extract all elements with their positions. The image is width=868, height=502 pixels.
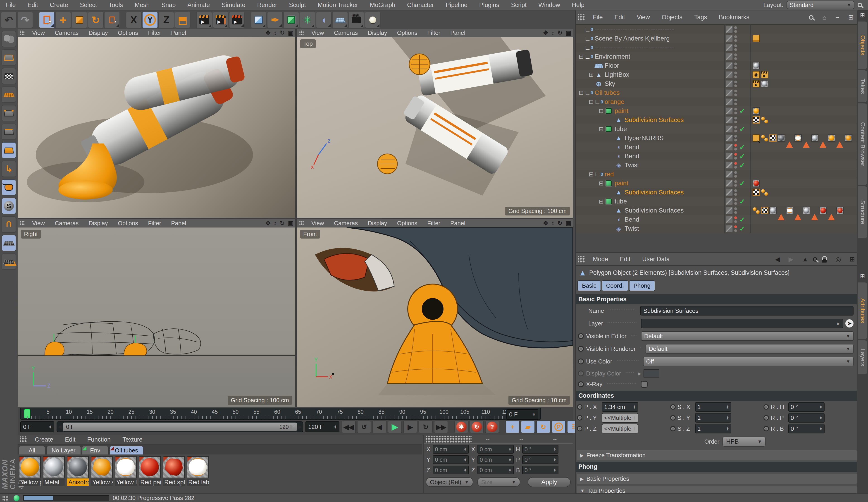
pan-icon[interactable]: ✥ xyxy=(543,220,548,227)
annotation-tag-icon[interactable] xyxy=(753,35,760,42)
name-input[interactable]: Subdivision Surfaces xyxy=(640,306,854,316)
menu-item-mode[interactable]: Mode xyxy=(587,256,614,263)
search-icon[interactable] xyxy=(809,15,814,20)
size-x-field[interactable]: 0 cm▲▼ xyxy=(477,445,514,453)
rot-b-field[interactable]: 0 °▲▼ xyxy=(522,466,558,474)
panel-tab-layers[interactable]: Layers xyxy=(858,340,867,375)
panel-grip-icon[interactable] xyxy=(299,30,304,35)
visibility-dots[interactable] xyxy=(734,53,737,60)
tree-row-sky[interactable]: ⊕Sky✓▶ xyxy=(576,79,857,88)
py-field[interactable]: <<Multiple▲▼ xyxy=(602,413,638,422)
selection-tag-icon[interactable] xyxy=(819,134,827,142)
panel-grip-icon[interactable] xyxy=(426,436,472,443)
menu-item-cameras[interactable]: Cameras xyxy=(50,220,83,227)
menu-item-snap[interactable]: Snap xyxy=(155,2,182,9)
radio-icon[interactable] xyxy=(578,333,584,339)
menu-item-panel[interactable]: Panel xyxy=(166,220,191,227)
uvw-tag-icon[interactable] xyxy=(753,116,760,124)
layer-tab-all[interactable]: All xyxy=(19,446,45,454)
menu-item-plugins[interactable]: Plugins xyxy=(473,2,505,9)
menu-item-display[interactable]: Display xyxy=(83,29,113,37)
render-tag-icon[interactable]: ▶ xyxy=(753,80,760,88)
lock-x-axis-button[interactable]: X xyxy=(126,12,142,28)
zoom-icon[interactable]: ↕ xyxy=(274,29,277,37)
panel-grip-icon[interactable] xyxy=(578,256,585,263)
dock-icon[interactable]: ⊞ xyxy=(857,272,868,281)
layer-toggle-icon[interactable] xyxy=(726,80,733,88)
scroll-left-icon[interactable]: ◀ xyxy=(58,424,63,430)
layer-toggle-icon[interactable] xyxy=(726,53,733,60)
menu-item-view[interactable]: View xyxy=(306,29,329,37)
goto-end-button[interactable]: ▶▶ xyxy=(434,421,448,433)
coordinates-header[interactable]: Coordinates xyxy=(576,391,858,401)
uvw-tag-icon[interactable] xyxy=(761,207,768,214)
range-start-field[interactable]: 0 F ▲▼ xyxy=(20,421,54,432)
menu-item-sculpt[interactable]: Sculpt xyxy=(283,2,312,9)
render-view-button[interactable] xyxy=(196,12,212,28)
menu-item-options[interactable]: Options xyxy=(113,29,143,37)
tree-row-dash[interactable]: ∟0----------------------------------✓ xyxy=(576,25,857,34)
menu-item-create[interactable]: Create xyxy=(44,2,74,9)
panel-tab-objects[interactable]: Objects xyxy=(858,21,867,69)
visibility-dots[interactable] xyxy=(734,117,737,123)
menu-item-function[interactable]: Function xyxy=(81,436,117,443)
goto-start-button[interactable]: ◀◀ xyxy=(342,421,356,433)
xray-checkbox[interactable] xyxy=(641,381,648,388)
tree-row-paint[interactable]: ⊟paint✓ xyxy=(576,179,857,188)
menu-item-edit[interactable]: Edit xyxy=(22,2,44,9)
menu-item-cameras[interactable]: Cameras xyxy=(329,29,363,37)
simulation-scene-button[interactable]: S xyxy=(2,198,16,214)
layer-toggle-icon[interactable] xyxy=(726,198,733,205)
menu-item-create[interactable]: Create xyxy=(29,436,59,443)
menu-item-window[interactable]: Window xyxy=(533,2,566,9)
tree-row-bend[interactable]: ◖Bend✓ xyxy=(576,152,857,161)
menu-item-user-data[interactable]: User Data xyxy=(636,256,676,263)
visibility-dots[interactable] xyxy=(734,162,737,168)
layer-toggle-icon[interactable] xyxy=(726,180,733,187)
menu-item-display[interactable]: Display xyxy=(363,220,392,227)
enabled-check-icon[interactable]: ✓ xyxy=(739,216,746,224)
sy-field[interactable]: 1▲▼ xyxy=(695,413,731,422)
enabled-check-icon[interactable]: ✓ xyxy=(739,161,746,169)
menu-item-texture[interactable]: Texture xyxy=(116,436,148,443)
material-tag-dark-icon[interactable] xyxy=(778,134,785,142)
material-metal[interactable]: Metal xyxy=(43,456,65,486)
menu-item-filter[interactable]: Filter xyxy=(143,29,166,37)
layer-toggle-icon[interactable] xyxy=(726,35,733,42)
rh-field[interactable]: 0 °▲▼ xyxy=(788,402,825,412)
layer-toggle-icon[interactable] xyxy=(726,125,733,133)
tree-row-orange[interactable]: ⊟∟0orange✓ xyxy=(576,97,857,106)
last-tool-button[interactable] xyxy=(104,12,120,28)
protection-tag-icon[interactable] xyxy=(753,134,760,142)
play-loop-button[interactable]: ↻ xyxy=(418,421,433,433)
render-tag-icon[interactable]: ▶ xyxy=(761,71,768,78)
menu-item-filter[interactable]: Filter xyxy=(422,220,445,227)
timeline-range-scrollbar[interactable]: ◀ 0 F 120 F ▶ xyxy=(56,421,303,432)
tree-row-red[interactable]: ⊟∟0red✓ xyxy=(576,170,857,179)
panel-tab-takes[interactable]: Takes xyxy=(858,70,867,102)
tree-row-twist[interactable]: ◈Twist✓ xyxy=(576,161,857,170)
enabled-check-icon[interactable]: ✓ xyxy=(739,225,746,233)
material-tag-label-icon[interactable] xyxy=(786,207,793,214)
expand-icon[interactable]: ⊞ xyxy=(848,13,854,21)
menu-item-panel[interactable]: Panel xyxy=(445,29,471,37)
radio-icon[interactable] xyxy=(578,359,584,365)
tree-row-oil-tubes[interactable]: ⊟∟0Oil tubes✓ xyxy=(576,88,857,97)
use-color-select[interactable]: Off▼ xyxy=(643,357,854,366)
selection-tag-icon[interactable] xyxy=(786,134,793,142)
layer-tab-no-layer[interactable]: No Layer xyxy=(46,446,81,454)
tree-row-subdivision-surfaces[interactable]: ▲Subdivision Surfaces✓ xyxy=(576,188,857,197)
uvw-tag-icon[interactable] xyxy=(753,189,760,196)
tab-phong[interactable]: Phong xyxy=(629,280,655,291)
add-floor-button[interactable] xyxy=(332,12,348,28)
material-red-pair[interactable]: Red pair xyxy=(139,456,161,486)
menu-item-tools[interactable]: Tools xyxy=(103,2,129,9)
sz-field[interactable]: 1▲▼ xyxy=(695,424,731,433)
panel-tab-attributes[interactable]: Attributes xyxy=(858,283,867,339)
visibility-dots[interactable] xyxy=(734,35,737,42)
pos-y-field[interactable]: 0 cm▲▼ xyxy=(433,455,469,464)
texture-tags-icon[interactable] xyxy=(761,189,768,196)
selection-tag-icon[interactable] xyxy=(836,134,844,142)
panel-tab-structure[interactable]: Structure xyxy=(858,186,867,238)
enabled-check-icon[interactable]: ✓ xyxy=(739,152,746,160)
